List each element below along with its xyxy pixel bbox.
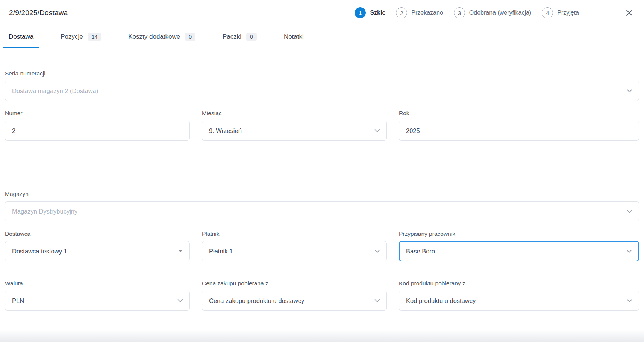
pracownik-select[interactable]: Base Boro [399, 241, 639, 261]
chevron-down-icon [627, 299, 632, 303]
dostawca-select[interactable]: Dostawca testowy 1 [5, 241, 190, 261]
caret-down-icon [179, 250, 182, 252]
section-divider [5, 173, 639, 173]
magazyn-select[interactable]: Magazyn Dystrybucyjny [5, 201, 639, 221]
tab-pozycje[interactable]: Pozycje 14 [55, 26, 107, 48]
rok-input[interactable] [399, 121, 639, 141]
scroll-fade [0, 330, 644, 342]
number-row: Numer Miesiąc 9. Wrzesień Rok [5, 110, 639, 150]
chevron-down-icon [177, 299, 183, 303]
chevron-down-icon [374, 129, 380, 133]
close-button[interactable] [624, 8, 635, 18]
chevron-down-icon [374, 250, 380, 253]
kod-produktu-group: Kod produktu pobierany z Kod produktu u … [399, 280, 639, 311]
pracownik-group: Przypisany pracownik Base Boro [399, 231, 639, 261]
chevron-down-icon [626, 250, 632, 253]
platnik-select[interactable]: Płatnik 1 [202, 241, 387, 261]
chevron-down-icon [627, 210, 632, 213]
pracownik-label: Przypisany pracownik [399, 231, 639, 237]
step-label-odebrana: Odebrana (weryfikacja) [469, 9, 531, 16]
step-label-przekazano: Przekazano [411, 9, 443, 16]
tab-badge-paczki: 0 [246, 33, 257, 41]
close-icon [626, 9, 633, 16]
kod-produktu-select[interactable]: Kod produktu u dostawcy [399, 291, 639, 311]
cena-zakupu-value: Cena zakupu produktu u dostawcy [209, 297, 304, 304]
numer-label: Numer [5, 110, 190, 117]
modal-header: 2/9/2025/Dostawa 1 Szkic 2 Przekazano 3 … [0, 0, 644, 26]
delivery-form: Seria numeracji Dostawa magazyn 2 (Dosta… [0, 48, 644, 330]
kod-produktu-label: Kod produktu pobierany z [399, 280, 639, 287]
miesiac-value: 9. Wrzesień [209, 127, 242, 134]
miesiac-group: Miesiąc 9. Wrzesień [202, 110, 387, 141]
step-number-2: 2 [396, 7, 407, 18]
seria-numeracji-select[interactable]: Dostawa magazyn 2 (Dostawa) [5, 81, 639, 101]
delivery-modal: 2/9/2025/Dostawa 1 Szkic 2 Przekazano 3 … [0, 0, 644, 345]
tab-bar: Dostawa Pozycje 14 Koszty dodatkowe 0 Pa… [0, 26, 644, 48]
tab-label: Paczki [223, 33, 241, 41]
waluta-value: PLN [12, 297, 24, 304]
tab-badge-pozycje: 14 [88, 33, 102, 41]
magazyn-value: Magazyn Dystrybucyjny [12, 208, 77, 215]
step-number-1: 1 [355, 7, 366, 18]
step-przyjeta: 4 Przyjęta [542, 7, 579, 18]
tab-label: Pozycje [61, 33, 83, 41]
dostawca-value: Dostawca testowy 1 [12, 248, 67, 255]
numer-group: Numer [5, 110, 190, 141]
step-number-3: 3 [454, 7, 465, 18]
step-przekazano: 2 Przekazano [396, 7, 443, 18]
contractor-row: Dostawca Dostawca testowy 1 Płatnik Płat… [5, 231, 639, 270]
step-odebrana: 3 Odebrana (weryfikacja) [454, 7, 531, 18]
miesiac-select[interactable]: 9. Wrzesień [202, 121, 387, 141]
pracownik-value: Base Boro [406, 248, 435, 255]
dostawca-label: Dostawca [5, 231, 190, 237]
tab-badge-koszty: 0 [185, 33, 195, 41]
magazyn-group: Magazyn Magazyn Dystrybucyjny [5, 191, 639, 221]
waluta-group: Waluta PLN [5, 280, 190, 311]
seria-numeracji-group: Seria numeracji Dostawa magazyn 2 (Dosta… [5, 70, 639, 101]
step-szkic: 1 Szkic [355, 7, 385, 18]
modal-footer: Anuluj Zapisz i przenieś do wysłanych Za… [0, 342, 644, 345]
tab-dostawa[interactable]: Dostawa [3, 26, 39, 48]
pricing-row: Waluta PLN Cena zakupu pobierana z Cena … [5, 280, 639, 320]
platnik-group: Płatnik Płatnik 1 [202, 231, 387, 261]
chevron-down-icon [627, 89, 632, 93]
magazyn-label: Magazyn [5, 191, 639, 197]
seria-numeracji-value: Dostawa magazyn 2 (Dostawa) [12, 87, 98, 95]
waluta-label: Waluta [5, 280, 190, 287]
rok-label: Rok [399, 110, 639, 117]
tab-label: Dostawa [9, 33, 33, 41]
numer-input[interactable] [5, 121, 190, 141]
step-number-4: 4 [542, 7, 553, 18]
dostawca-group: Dostawca Dostawca testowy 1 [5, 231, 190, 261]
status-stepper: 1 Szkic 2 Przekazano 3 Odebrana (weryfik… [355, 7, 579, 18]
cena-zakupu-label: Cena zakupu pobierana z [202, 280, 387, 287]
tab-label: Notatki [284, 33, 304, 41]
cena-zakupu-group: Cena zakupu pobierana z Cena zakupu prod… [202, 280, 387, 311]
page-title: 2/9/2025/Dostawa [9, 9, 68, 17]
tab-paczki[interactable]: Paczki 0 [217, 26, 262, 48]
miesiac-label: Miesiąc [202, 110, 387, 117]
platnik-value: Płatnik 1 [209, 248, 233, 255]
step-label-szkic: Szkic [370, 9, 385, 16]
platnik-label: Płatnik [202, 231, 387, 237]
cena-zakupu-select[interactable]: Cena zakupu produktu u dostawcy [202, 291, 387, 311]
seria-numeracji-label: Seria numeracji [5, 70, 639, 77]
rok-group: Rok [399, 110, 639, 141]
step-label-przyjeta: Przyjęta [557, 9, 579, 16]
waluta-select[interactable]: PLN [5, 291, 190, 311]
tab-koszty-dodatkowe[interactable]: Koszty dodatkowe 0 [123, 26, 201, 48]
kod-produktu-value: Kod produktu u dostawcy [406, 297, 476, 304]
tab-label: Koszty dodatkowe [128, 33, 180, 41]
tab-notatki[interactable]: Notatki [278, 26, 309, 48]
chevron-down-icon [374, 299, 380, 303]
